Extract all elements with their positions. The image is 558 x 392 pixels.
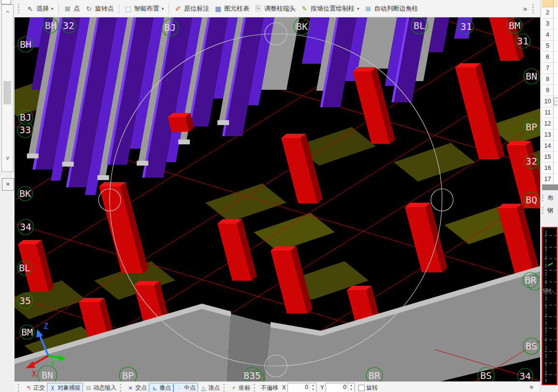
cell-widget[interactable]: - [554,98,558,105]
toolbar-grip[interactable] [542,207,545,214]
table-row[interactable]: 14 [542,140,558,152]
table-row-1-selected[interactable] [542,0,558,7]
coordinate-button[interactable]: ⚡坐标 [229,383,252,392]
rebar-toolbar-strip[interactable]: 钢 [541,205,558,216]
row-header-6[interactable]: 6 [542,52,554,63]
spin-arrows[interactable]: ▲▼ [348,383,354,392]
no-offset-button[interactable]: 不偏移 [259,383,280,392]
spin-value[interactable]: 0 [326,383,348,392]
dropdown-caret-icon[interactable]: ▾ [357,6,359,11]
row-header-11[interactable]: 11 [542,107,554,118]
table-row[interactable]: 7 [542,63,558,74]
adjust-column-end-button[interactable]: ⎘调整柱端头 [252,2,298,15]
element-column-table-button[interactable]: ▦图元柱表 [212,2,252,15]
spin-value[interactable]: 0 [288,383,310,392]
row-header-5[interactable]: 5 [542,41,554,52]
spin-input[interactable]: 0▲▼ [326,383,355,392]
row-header-9[interactable]: 9 [542,85,554,96]
toolbar-overflow-button[interactable]: » [519,4,531,14]
dynamic-input-button[interactable]: ⊟动态输入 [83,383,118,392]
rotate-checkbox[interactable]: 旋转 [357,383,380,392]
row-header-12[interactable]: 12 [542,118,554,129]
insitu-annotation-button[interactable]: ✐原位标注 [172,2,212,15]
toolbar-grip[interactable] [254,384,257,392]
rebar-grid-table[interactable]: 2345678910-11121314151617 [542,0,558,185]
table-row[interactable]: 9 [542,85,558,96]
panel-close-button[interactable]: × [2,178,14,191]
midpoint-snap-button[interactable]: ·中点 [173,383,198,392]
draw-column-by-wall-button[interactable]: ✎按墙位置绘制柱▾ [298,2,362,15]
scroll-up-arrow-icon[interactable]: ^ [2,11,13,16]
ortho-button[interactable]: ↰正交 [23,383,47,392]
table-cell[interactable] [554,118,558,129]
table-cell[interactable] [554,85,558,96]
table-cell[interactable] [554,174,558,185]
spin-arrows[interactable]: ▲▼ [310,383,316,392]
cursor-select-button[interactable]: ⇖选择▾ [24,2,56,15]
table-row[interactable]: 10- [542,96,558,107]
vertex-snap-button[interactable]: △顶点 [198,383,222,392]
table-row[interactable]: 8 [542,74,558,85]
toolbar-grip[interactable] [120,384,123,392]
row-header-14[interactable]: 14 [542,140,554,152]
offset-y-field[interactable]: Y0▲▼ [318,383,357,392]
table-cell[interactable] [554,129,558,140]
toolbar-grip[interactable] [223,384,226,392]
point-box-button[interactable]: ⊠点 [61,2,83,15]
row-header-7[interactable]: 7 [542,63,554,74]
toolbar-grip[interactable] [532,4,535,14]
rotate-point-button[interactable]: ↻旋转点 [83,2,116,15]
table-cell[interactable] [554,152,558,163]
dropdown-caret-icon[interactable]: ▾ [162,6,164,11]
intersection-snap-button[interactable]: ✕交点 [125,383,149,392]
viewport-3d[interactable]: ZXYBH32BJBKBL31BM31BHBJ33BK34BL35BMBNBP3… [14,17,540,381]
table-cell[interactable] [554,29,558,41]
section-preview-panel[interactable]: 500- [542,227,558,385]
row-header-13[interactable]: 13 [542,129,554,140]
table-cell[interactable] [554,74,558,85]
offset-x-field[interactable]: X0▲▼ [280,383,318,392]
table-cell[interactable] [554,18,558,29]
row-header-16[interactable]: 16 [542,163,554,174]
table-cell[interactable] [554,107,558,118]
table-cell[interactable] [554,41,558,52]
table-row[interactable]: 17 [542,174,558,185]
viewport-3d-canvas[interactable]: ZXYBH32BJBKBL31BM31BHBJ33BK34BL35BMBNBP3… [14,17,540,381]
row-header-17[interactable]: 17 [542,174,554,185]
perpendicular-snap-button[interactable]: ⊾垂点 [149,383,173,392]
row-header-8[interactable]: 8 [542,74,554,85]
left-scrollbar[interactable]: ^ v [1,4,14,172]
table-cell[interactable] [554,52,558,63]
table-row[interactable]: 5 [542,41,558,52]
table-cell[interactable] [554,163,558,174]
table-cell[interactable] [554,63,558,74]
table-cell[interactable] [554,140,558,152]
smart-layout-button[interactable]: ⬚智能布置▾ [122,2,167,15]
scrollbar-thumb[interactable] [3,81,11,104]
layout-toolbar-strip[interactable]: 布 [541,193,558,203]
toolbar-grip[interactable] [542,195,545,201]
toolbar-grip[interactable] [18,384,21,392]
table-row[interactable]: 11 [542,107,558,118]
table-row[interactable]: 13 [542,129,558,140]
checkbox[interactable] [358,385,365,391]
object-snap-button[interactable]: ⊻对象捕捉 [47,383,83,392]
row-header-2[interactable]: 2 [542,7,554,18]
row-header-15[interactable]: 15 [542,152,554,163]
scroll-down-arrow-icon[interactable]: v [2,155,13,161]
table-row[interactable]: 4 [542,29,558,41]
table-cell[interactable]: - [554,96,558,107]
auto-corner-column-button[interactable]: ⊞自动判断边角柱 [362,2,421,15]
row-header-3[interactable]: 3 [542,18,554,29]
table-row[interactable]: 2 [542,7,558,18]
table-cell[interactable] [554,7,558,18]
row-header-1[interactable] [542,0,554,7]
toolbar-overflow-button[interactable]: » [525,383,538,391]
row-header-4[interactable]: 4 [542,29,554,41]
table-row[interactable]: 6 [542,52,558,63]
spin-input[interactable]: 0▲▼ [287,383,316,392]
table-row[interactable]: 15 [542,152,558,163]
toolbar-grip[interactable] [18,4,21,14]
table-cell[interactable] [554,0,558,7]
table-row[interactable]: 16 [542,163,558,174]
